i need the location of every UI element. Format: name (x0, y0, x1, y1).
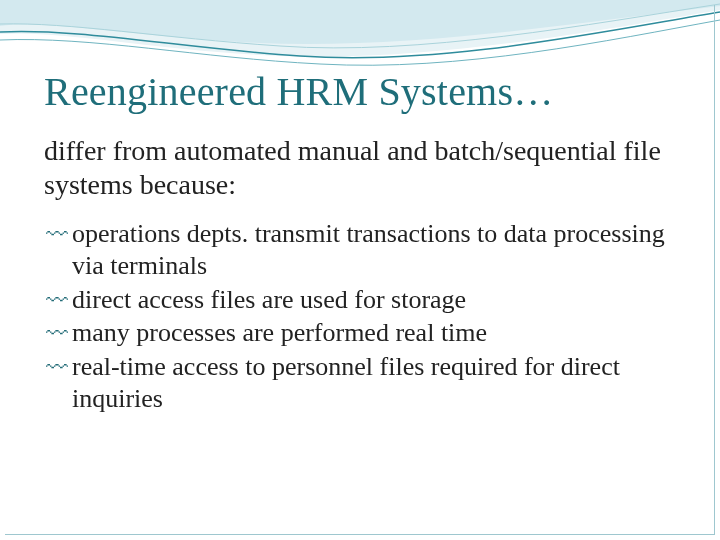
wave-bullet-icon: 〰 (46, 222, 68, 249)
bullet-text: real-time access to personnel files requ… (72, 351, 676, 414)
bullet-text: operations depts. transmit transactions … (72, 218, 676, 281)
bullet-text: direct access files are used for storage (72, 284, 676, 316)
wave-bullet-icon: 〰 (46, 321, 68, 348)
list-item: 〰 direct access files are used for stora… (46, 284, 676, 316)
bullet-list: 〰 operations depts. transmit transaction… (44, 218, 676, 414)
slide-container: Reengineered HRM Systems… differ from au… (0, 0, 720, 540)
list-item: 〰 real-time access to personnel files re… (46, 351, 676, 414)
bullet-text: many processes are performed real time (72, 317, 676, 349)
wave-bullet-icon: 〰 (46, 288, 68, 315)
slide-title: Reengineered HRM Systems… (44, 70, 676, 114)
slide-subtitle: differ from automated manual and batch/s… (44, 134, 676, 202)
wave-bullet-icon: 〰 (46, 355, 68, 382)
list-item: 〰 many processes are performed real time (46, 317, 676, 349)
list-item: 〰 operations depts. transmit transaction… (46, 218, 676, 281)
